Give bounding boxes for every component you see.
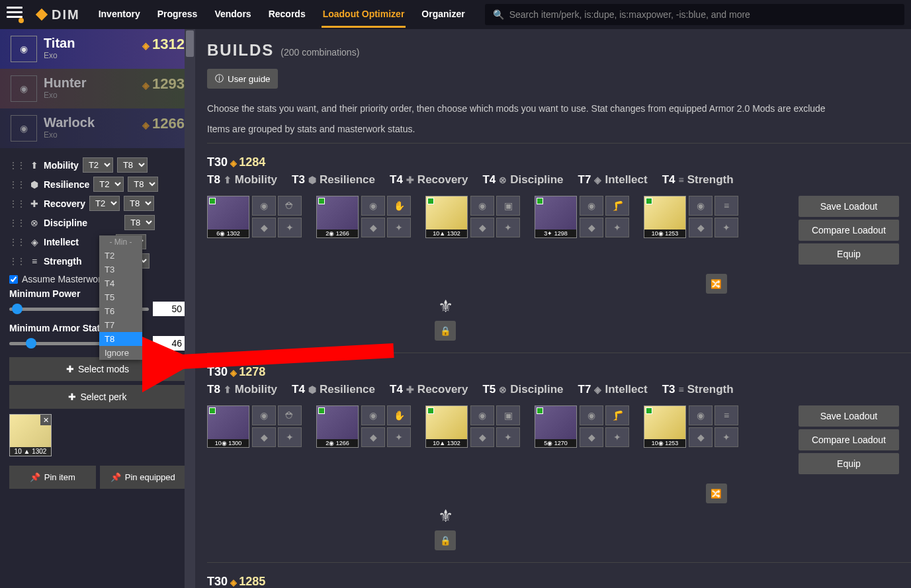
compare-loadout-button[interactable]: Compare Loadout bbox=[799, 220, 899, 241]
compare-loadout-button[interactable]: Compare Loadout bbox=[799, 429, 899, 450]
min-tier-select[interactable]: T2 bbox=[93, 177, 124, 192]
mod-slot[interactable]: ◆ bbox=[470, 427, 494, 447]
mod-slot[interactable]: ✦ bbox=[278, 218, 302, 237]
pinned-item[interactable]: ✕ 10 ▲ 1302 bbox=[9, 414, 52, 456]
armor-item[interactable]: 10◉ 1300 bbox=[207, 405, 249, 448]
armor-item[interactable]: 10▲ 1302 bbox=[425, 405, 468, 448]
mod-slot[interactable]: ◆ bbox=[580, 218, 603, 237]
drag-handle-icon[interactable]: ⋮⋮ bbox=[9, 161, 25, 170]
max-tier-select[interactable]: T8 bbox=[117, 157, 148, 173]
max-tier-select[interactable]: T8 bbox=[124, 215, 155, 230]
armor-item[interactable]: 10◉ 1253 bbox=[644, 405, 686, 448]
mod-slot[interactable]: ≡ bbox=[715, 196, 738, 216]
armor-item[interactable]: 2◉ 1266 bbox=[316, 196, 359, 238]
mod-slot[interactable]: ✦ bbox=[715, 427, 738, 447]
lock-button[interactable]: 🔒 bbox=[435, 321, 456, 341]
assume-mw-checkbox[interactable] bbox=[9, 275, 18, 284]
mod-slot[interactable]: ◉ bbox=[689, 196, 713, 216]
mod-slot[interactable]: ◉ bbox=[252, 405, 276, 425]
max-tier-select[interactable]: T8 bbox=[124, 196, 154, 211]
user-guide-button[interactable]: ⓘ User guide bbox=[207, 69, 278, 89]
dropdown-option[interactable]: - Min - bbox=[99, 235, 142, 249]
mod-slot[interactable]: ◉ bbox=[470, 405, 494, 425]
mod-slot[interactable]: ◉ bbox=[580, 196, 603, 216]
armor-item[interactable]: 6◉ 1302 bbox=[207, 196, 249, 238]
stat-row-discipline[interactable]: ⋮⋮ ⊗ Discipline T8 bbox=[9, 215, 186, 230]
armor-item[interactable]: 10◉ 1253 bbox=[644, 196, 686, 238]
shuffle-button[interactable]: 🔀 bbox=[706, 483, 727, 503]
equip-button[interactable]: Equip bbox=[799, 243, 899, 265]
dropdown-option[interactable]: T5 bbox=[99, 290, 142, 304]
dropdown-option[interactable]: T2 bbox=[99, 249, 142, 263]
dropdown-option[interactable]: T6 bbox=[99, 304, 142, 318]
min-power-value[interactable]: 50 bbox=[153, 302, 186, 316]
stat-row-recovery[interactable]: ⋮⋮ ✚ Recovery T2 T8 bbox=[9, 196, 186, 211]
sidebar-scrollbar[interactable] bbox=[185, 29, 195, 588]
nav-link-progress[interactable]: Progress bbox=[156, 2, 199, 28]
stat-row-resilience[interactable]: ⋮⋮ ⬢ Resilience T2 T8 bbox=[9, 177, 186, 192]
close-icon[interactable]: ✕ bbox=[40, 415, 51, 425]
drag-handle-icon[interactable]: ⋮⋮ bbox=[9, 237, 25, 247]
stat-row-strength[interactable]: ⋮⋮ ≡ Strength T8 bbox=[9, 253, 186, 269]
menu-icon[interactable] bbox=[7, 4, 22, 26]
mod-slot[interactable]: ◆ bbox=[689, 218, 713, 237]
mod-slot[interactable]: ✋ bbox=[387, 405, 411, 425]
save-loadout-button[interactable]: Save Loadout bbox=[799, 196, 899, 217]
nav-link-loadout-optimizer[interactable]: Loadout Optimizer bbox=[322, 2, 406, 28]
nav-link-records[interactable]: Records bbox=[267, 2, 307, 28]
drag-handle-icon[interactable]: ⋮⋮ bbox=[9, 180, 25, 189]
mod-slot[interactable]: ✦ bbox=[387, 218, 411, 237]
mod-slot[interactable]: ◉ bbox=[689, 405, 713, 425]
drag-handle-icon[interactable]: ⋮⋮ bbox=[9, 218, 25, 228]
mod-slot[interactable]: ✦ bbox=[278, 427, 302, 447]
logo[interactable]: DIM bbox=[34, 7, 80, 22]
dropdown-option[interactable]: T8 bbox=[99, 332, 142, 346]
dropdown-option[interactable]: T7 bbox=[99, 318, 142, 332]
character-hunter[interactable]: ◉ Hunter Exo 1293 bbox=[0, 69, 195, 108]
mod-slot[interactable]: ✦ bbox=[715, 218, 738, 237]
mod-slot[interactable]: 🦵 bbox=[605, 196, 629, 216]
dropdown-option[interactable]: T3 bbox=[99, 263, 142, 276]
mod-slot[interactable]: ✦ bbox=[496, 218, 520, 237]
mod-slot[interactable]: ▣ bbox=[496, 196, 520, 216]
mod-slot[interactable]: ⛑ bbox=[278, 196, 302, 216]
dropdown-option[interactable]: T4 bbox=[99, 276, 142, 290]
mod-slot[interactable]: ◆ bbox=[361, 427, 385, 447]
character-titan[interactable]: ◉ Titan Exo 1312 bbox=[0, 29, 195, 69]
stat-row-intellect[interactable]: ⋮⋮ ◈ Intellect T8 bbox=[9, 234, 186, 249]
mod-slot[interactable]: ◉ bbox=[361, 196, 385, 216]
mod-slot[interactable]: ◉ bbox=[252, 196, 276, 216]
min-tier-select[interactable]: T2 bbox=[83, 157, 113, 173]
stat-row-mobility[interactable]: ⋮⋮ ⬆ Mobility T2 T8 bbox=[9, 157, 186, 173]
nav-link-vendors[interactable]: Vendors bbox=[213, 2, 252, 28]
pin-equipped-button[interactable]: 📌 Pin equipped bbox=[100, 466, 187, 489]
mod-slot[interactable]: ◆ bbox=[689, 427, 713, 447]
equip-button[interactable]: Equip bbox=[799, 453, 899, 474]
shuffle-button[interactable]: 🔀 bbox=[706, 274, 727, 294]
armor-item[interactable]: 10▲ 1302 bbox=[425, 196, 468, 238]
mod-slot[interactable]: ◆ bbox=[252, 427, 276, 447]
armor-item[interactable]: 5◉ 1270 bbox=[535, 405, 577, 448]
dropdown-option[interactable]: Ignore bbox=[99, 346, 142, 360]
armor-item[interactable]: 2◉ 1266 bbox=[316, 405, 359, 448]
pin-item-button[interactable]: 📌 Pin item bbox=[9, 466, 96, 489]
nav-link-inventory[interactable]: Inventory bbox=[97, 2, 142, 28]
mod-slot[interactable]: ◉ bbox=[470, 196, 494, 216]
min-tier-select[interactable]: T2 bbox=[89, 196, 120, 211]
mod-slot[interactable]: ◉ bbox=[361, 405, 385, 425]
mod-slot[interactable]: 🦵 bbox=[605, 405, 629, 425]
mod-slot[interactable]: ◆ bbox=[580, 427, 603, 447]
mod-slot[interactable]: ◆ bbox=[252, 218, 276, 237]
mod-slot[interactable]: ▣ bbox=[496, 405, 520, 425]
mod-slot[interactable]: ✦ bbox=[605, 218, 629, 237]
mod-slot[interactable]: ≡ bbox=[715, 405, 738, 425]
mod-slot[interactable]: ◆ bbox=[470, 218, 494, 237]
search-input[interactable]: 🔍 Search item/perk, is:dupe, is:maxpower… bbox=[485, 4, 904, 25]
mod-slot[interactable]: ◉ bbox=[580, 405, 603, 425]
mod-slot[interactable]: ✦ bbox=[496, 427, 520, 447]
save-loadout-button[interactable]: Save Loadout bbox=[799, 405, 899, 427]
tier-dropdown-open[interactable]: - Min -T2T3T4T5T6T7T8Ignore bbox=[99, 235, 142, 360]
character-warlock[interactable]: ◉ Warlock Exo 1266 bbox=[0, 108, 195, 148]
mod-slot[interactable]: ⛑ bbox=[278, 405, 302, 425]
mod-slot[interactable]: ✦ bbox=[387, 427, 411, 447]
